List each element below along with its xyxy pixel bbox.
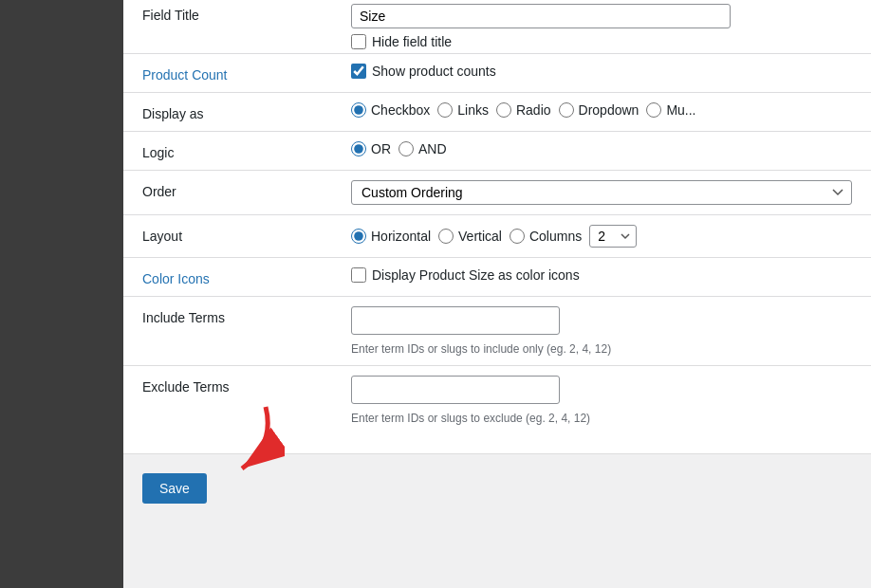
order-label: Order (142, 180, 351, 199)
logic-options: OR AND (351, 141, 852, 156)
display-links-radio[interactable] (437, 102, 453, 118)
layout-horizontal-label[interactable]: Horizontal (351, 229, 431, 244)
display-checkbox-radio[interactable] (351, 102, 366, 118)
product-count-row: Product Count Show product counts (123, 54, 871, 92)
show-product-counts-text: Show product counts (372, 64, 496, 79)
layout-columns-label[interactable]: Columns (510, 229, 582, 244)
exclude-terms-input[interactable] (351, 376, 560, 404)
order-row: Order Custom Ordering Name Count (123, 171, 871, 214)
logic-and-label[interactable]: AND (398, 141, 447, 156)
product-count-label: Product Count (142, 64, 351, 83)
color-icons-row: Color Icons Display Product Size as colo… (123, 258, 871, 296)
order-select[interactable]: Custom Ordering Name Count (351, 180, 852, 205)
sidebar (0, 0, 123, 588)
show-product-counts-label[interactable]: Show product counts (351, 64, 852, 79)
layout-vertical-label[interactable]: Vertical (438, 229, 502, 244)
exclude-terms-label: Exclude Terms (142, 376, 351, 395)
main-content: Field Title Hide field title Product Cou… (123, 0, 871, 588)
include-terms-label: Include Terms (142, 306, 351, 325)
display-dropdown-label[interactable]: Dropdown (559, 102, 639, 118)
exclude-terms-help: Enter term IDs or slugs to exclude (eg. … (351, 412, 852, 425)
field-title-controls: Hide field title (351, 4, 852, 49)
include-terms-input[interactable] (351, 306, 560, 335)
include-terms-help: Enter term IDs or slugs to include only … (351, 342, 852, 356)
logic-controls: OR AND (351, 141, 852, 156)
show-product-counts-checkbox[interactable] (351, 64, 366, 79)
layout-label: Layout (142, 225, 351, 244)
order-controls: Custom Ordering Name Count (351, 180, 852, 205)
save-button[interactable]: Save (142, 473, 207, 504)
logic-or-label[interactable]: OR (351, 141, 391, 156)
include-terms-row: Include Terms Enter term IDs or slugs to… (123, 297, 871, 365)
columns-count-select[interactable]: 2 3 4 (589, 225, 637, 248)
color-icons-controls: Display Product Size as color icons (351, 267, 852, 283)
layout-vertical-radio[interactable] (438, 229, 454, 244)
hide-field-title-text: Hide field title (372, 34, 452, 49)
field-title-label: Field Title (142, 4, 351, 23)
form-panel: Field Title Hide field title Product Cou… (123, 0, 871, 454)
display-as-row: Display as Checkbox Links Radio (123, 93, 871, 131)
display-as-label: Display as (142, 102, 351, 121)
display-multiple-label[interactable]: Mu... (646, 102, 695, 118)
layout-horizontal-radio[interactable] (351, 229, 366, 244)
display-radio-radio[interactable] (496, 102, 511, 118)
exclude-terms-row: Exclude Terms Enter term IDs or slugs to… (123, 366, 871, 434)
display-color-icons-label[interactable]: Display Product Size as color icons (351, 267, 852, 283)
logic-and-radio[interactable] (398, 141, 414, 156)
field-title-row: Field Title Hide field title (123, 0, 871, 53)
logic-or-radio[interactable] (351, 141, 366, 156)
layout-columns-radio[interactable] (510, 229, 525, 244)
logic-row: Logic OR AND (123, 132, 871, 170)
display-color-icons-checkbox[interactable] (351, 267, 366, 283)
include-terms-controls: Enter term IDs or slugs to include only … (351, 306, 852, 356)
layout-row: Layout Horizontal Vertical Columns (123, 215, 871, 257)
display-links-label[interactable]: Links (437, 102, 489, 118)
display-as-controls: Checkbox Links Radio Dropdown (351, 102, 852, 118)
color-icons-label: Color Icons (142, 267, 351, 286)
save-area: Save (123, 454, 871, 523)
field-title-input[interactable] (351, 4, 731, 28)
display-multiple-radio[interactable] (646, 102, 661, 118)
display-as-options: Checkbox Links Radio Dropdown (351, 102, 852, 118)
display-color-icons-text: Display Product Size as color icons (372, 267, 580, 283)
hide-field-title-label[interactable]: Hide field title (351, 34, 852, 49)
layout-options: Horizontal Vertical Columns 2 3 4 (351, 225, 852, 248)
display-checkbox-label[interactable]: Checkbox (351, 102, 430, 118)
hide-field-title-checkbox[interactable] (351, 34, 366, 49)
logic-label: Logic (142, 141, 351, 160)
exclude-terms-controls: Enter term IDs or slugs to exclude (eg. … (351, 376, 852, 425)
product-count-controls: Show product counts (351, 64, 852, 79)
display-dropdown-radio[interactable] (559, 102, 574, 118)
display-radio-label[interactable]: Radio (496, 102, 551, 118)
layout-controls: Horizontal Vertical Columns 2 3 4 (351, 225, 852, 248)
